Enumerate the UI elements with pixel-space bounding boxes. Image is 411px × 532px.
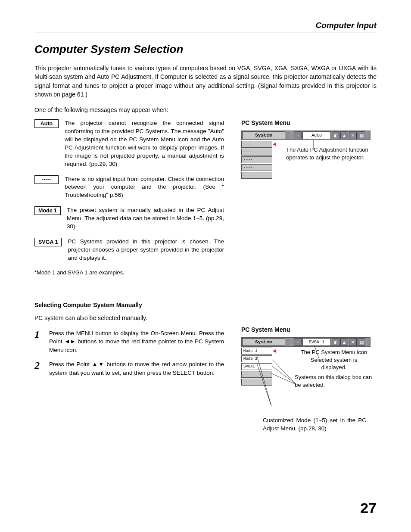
arrow-lr-icon: ◄► [64,338,76,345]
lead-sentence: One of the following messages may appear… [34,106,377,113]
step-1: 1 Press the MENU button to display the O… [34,329,224,355]
menu1-auto-label: Auto [302,131,331,139]
text-auto: The projector cannot recognize the conne… [65,119,224,168]
list-item: ---- [241,156,272,163]
menu2-title: PC System Menu [241,326,377,333]
list-item: ---- [241,371,272,378]
list-item: ---- [241,172,272,179]
list-item: ---- [241,141,272,148]
page-title: Computer System Selection [34,43,377,56]
toolbar-icon: ✕ [349,131,357,139]
red-arrow-icon: ◄ [271,347,277,354]
step1-b: buttons to move the red frame pointer to… [49,338,224,353]
message-row-nosignal: ----- There is no signal input from comp… [34,175,224,200]
menu2-system-box: System [242,338,285,346]
list-item: SVGA1 [241,363,272,370]
menu1-annotation: The Auto PC Adjustment function operates… [286,141,371,180]
pc-system-menu-1: PC System Menu System ▫ Auto ◐ ▲ ✕ ▤ [241,119,377,180]
red-arrow-icon: ◄ [271,140,277,147]
intro-paragraph: This projector automatically tunes to va… [34,64,377,99]
step-text-2: Press the Point ▲▼ buttons to move the r… [49,360,224,377]
label-svga1: SVGA 1 [34,238,62,246]
step-text-1: Press the MENU button to display the On-… [49,329,224,355]
manual-heading: Selecting Computer System Manually [34,302,224,308]
pc-system-menu-2: PC System Menu System ▫ SVGA 1 ◐ ▲ ✕ ▤ [241,326,377,433]
menu1-title: PC System Menu [241,119,377,126]
manual-para: PC system can also be selected manually. [34,314,224,321]
text-nosignal: There is no signal input from computer. … [65,175,224,200]
label-auto: Auto [34,119,59,128]
menu2-annotation-icon: The PC System Menu icon Selected system … [297,348,371,371]
toolbar-icon: ▲ [340,338,348,346]
message-row-auto: Auto The projector cannot recognize the … [34,119,224,168]
message-row-svga1: SVGA 1 PC Systems provided in this proje… [34,238,224,262]
menu2-annotation-systems: Systems on this dialog box can be select… [295,373,372,389]
menu2-toolbar: System ▫ SVGA 1 ◐ ▲ ✕ ▤ [241,337,371,347]
label-nosignal: ----- [34,175,59,184]
label-mode1: Mode 1 [34,206,61,215]
menu2-svga-label: SVGA 1 [302,338,331,346]
message-row-mode1: Mode 1 The preset system is manually adj… [34,206,224,231]
text-svga1: PC Systems provided in this projector is… [68,238,224,262]
step-num-1: 1 [34,329,43,355]
arrow-ud-icon: ▲▼ [92,361,104,367]
step2-a: Press the Point [49,361,92,367]
toolbar-icon: ◐ [332,131,339,139]
list-item: ---- [241,164,272,171]
list-item: ---- [241,149,272,156]
menu1-toolbar: System ▫ Auto ◐ ▲ ✕ ▤ [241,131,371,140]
toolbar-icon: ◐ [332,338,339,346]
menu2-caption: Customized Mode (1~5) set in the PC Adju… [263,417,366,433]
text-mode1: The preset system is manually adjusted i… [67,206,224,231]
toolbar-icon: ▤ [358,338,365,346]
menu1-list: ---- ---- ---- ---- ---- [241,141,272,180]
menu2-list: Mode 1 Mode 2 SVGA1 ---- ---- [241,348,272,386]
toolbar-icon: ▫ [294,338,302,346]
step-num-2: 2 [34,360,43,377]
toolbar-icon: ▤ [358,131,365,139]
footnote: *Mode 1 and SVGA 1 are examples. [34,269,224,276]
page-number: 27 [360,500,377,516]
menu2-annot-a2: Selected system is displayed. [311,357,357,371]
list-item: Mode 2 [241,355,272,362]
menu1-system-box: System [242,131,285,139]
toolbar-icon: ▫ [294,131,302,139]
toolbar-icon: ✕ [349,338,357,346]
list-item: Mode 1 [241,348,272,355]
header-section: Computer Input [34,21,377,32]
toolbar-icon: ▲ [340,131,348,139]
step-2: 2 Press the Point ▲▼ buttons to move the… [34,360,224,377]
menu2-annot-a1: The PC System Menu icon [301,349,367,355]
list-item: ---- [241,379,272,386]
